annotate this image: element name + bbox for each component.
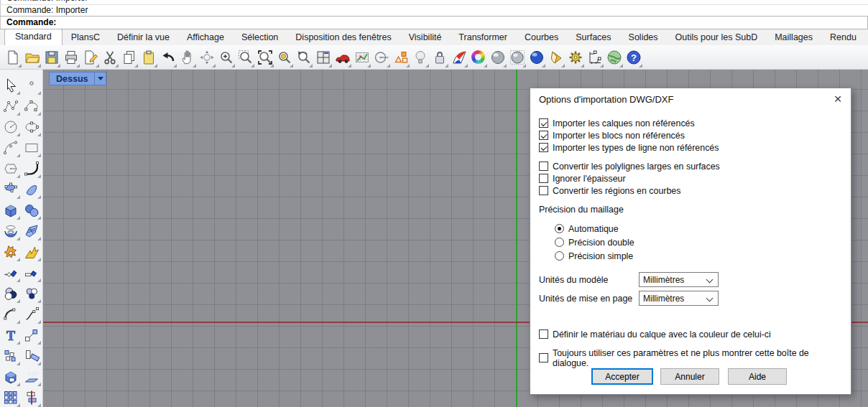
circle-icon[interactable] <box>1 117 21 137</box>
viewport-layout-icon[interactable] <box>313 47 333 68</box>
solid-cube-icon[interactable] <box>1 367 21 387</box>
tab-courbes[interactable]: Courbes <box>516 30 567 45</box>
edit-doc-icon[interactable] <box>80 47 100 68</box>
checkbox-importer-les-blocs-non-r-f-renc-s[interactable] <box>539 131 548 140</box>
sphere-rendered-icon[interactable] <box>527 47 546 68</box>
viewport-title-tab[interactable]: Dessus <box>49 72 106 85</box>
tab-disposition-des-fen-tres[interactable]: Disposition des fenêtres <box>287 30 400 45</box>
checkbox-convertir-les-r-gions-en-courbes[interactable] <box>539 186 548 195</box>
tab-s-lection[interactable]: Sélection <box>233 30 287 45</box>
curve-points-icon[interactable] <box>22 96 42 116</box>
zoom-window-icon[interactable] <box>236 47 255 68</box>
tab-transformer[interactable]: Transformer <box>450 30 516 45</box>
tab-mise-en-plan[interactable]: Mise en plan <box>865 30 868 45</box>
open-folder-icon[interactable] <box>22 47 42 68</box>
viewport-title-label[interactable]: Dessus <box>49 72 94 85</box>
command-prompt-input[interactable]: Commande: <box>0 16 868 29</box>
new-file-icon[interactable] <box>3 47 22 68</box>
units-dropdown-unit-s-de-mise-en-page[interactable]: Millimètres <box>639 291 719 306</box>
lightbulb-icon[interactable] <box>410 47 430 68</box>
shade-view-icon[interactable] <box>449 47 468 68</box>
units-dropdown-unit-s-du-mod-le[interactable]: Millimètres <box>639 272 719 287</box>
booleans-icon[interactable] <box>1 284 21 304</box>
arc-icon[interactable] <box>1 138 21 158</box>
tab-outils-pour-les-subd[interactable]: Outils pour les SubD <box>667 30 767 45</box>
move-scale-icon[interactable] <box>22 325 42 345</box>
car-icon[interactable] <box>333 47 352 68</box>
lock-icon[interactable] <box>430 47 449 68</box>
zoom-back-icon[interactable] <box>294 47 313 68</box>
save-icon[interactable] <box>42 47 61 68</box>
zoom-extents-icon[interactable] <box>255 47 274 68</box>
checkbox-convertir-les-polylignes-larges-en-surfa[interactable] <box>539 162 548 171</box>
earth-icon[interactable] <box>604 47 624 68</box>
sphere-shaded-icon[interactable] <box>488 47 507 68</box>
radio-pr-cision-simple[interactable] <box>555 251 564 261</box>
copy-icon[interactable] <box>119 47 139 68</box>
tab-maillages[interactable]: Maillages <box>766 30 821 45</box>
zoom-in-icon[interactable] <box>216 47 236 68</box>
sphere-ghosted-icon[interactable] <box>507 47 527 68</box>
undo-icon[interactable] <box>158 47 177 68</box>
tab-standard[interactable]: Standard <box>4 29 63 45</box>
tab-d-finir-la-vue[interactable]: Définir la vue <box>108 30 178 45</box>
tab-surfaces[interactable]: Surfaces <box>567 30 619 45</box>
checkbox-importer-les-types-de-ligne-non-r-f-renc[interactable] <box>539 143 548 152</box>
extrude-icon[interactable] <box>22 367 42 387</box>
tab-affichage[interactable]: Affichage <box>178 30 233 45</box>
osnap-icon[interactable] <box>371 47 391 68</box>
checkbox-importer-les-calques-non-r-f-renc-s[interactable] <box>539 118 548 128</box>
booleans2-icon[interactable] <box>22 284 42 304</box>
polyline-icon[interactable] <box>1 96 21 116</box>
ellipse-icon[interactable] <box>22 117 42 137</box>
annuler-button[interactable]: Annuler <box>660 368 719 385</box>
array-icon[interactable] <box>1 388 21 407</box>
aide-button[interactable]: Aide <box>728 368 787 385</box>
checkbox-toujours-utiliser-ces-param-tres-et-ne-p[interactable] <box>539 353 548 362</box>
settings-gears-icon[interactable] <box>565 47 585 68</box>
checkbox-d-finir-le-mat-riau-du-calque-avec-la-co[interactable] <box>539 329 548 339</box>
zoom-selected-icon[interactable] <box>274 47 294 68</box>
accepter-button[interactable]: Accepter <box>591 368 653 385</box>
tab-plansc[interactable]: PlansC <box>63 30 108 45</box>
dimension-icon[interactable] <box>585 47 604 68</box>
tab-rendu[interactable]: Rendu <box>821 30 865 45</box>
box-icon[interactable] <box>1 200 21 220</box>
point-icon[interactable] <box>22 75 42 95</box>
cut-icon[interactable] <box>100 47 119 68</box>
viewport-menu-caret[interactable] <box>94 72 106 85</box>
help-icon[interactable]: ? <box>624 47 643 68</box>
explode-icon[interactable] <box>22 242 42 262</box>
tab-visibilit[interactable]: Visibilité <box>400 30 451 45</box>
checkbox-ignorer-l-paisseur[interactable] <box>539 174 548 183</box>
render-cone-icon[interactable] <box>546 47 565 68</box>
blend-curve-icon[interactable] <box>22 304 42 324</box>
srf-points-icon[interactable] <box>1 179 21 200</box>
srf-mesh-icon[interactable] <box>22 221 42 241</box>
split-icon[interactable] <box>22 263 42 283</box>
radio-automatique[interactable] <box>555 224 564 233</box>
section-icon[interactable] <box>22 388 42 407</box>
objects-icon[interactable] <box>391 47 410 68</box>
trim-icon[interactable] <box>1 263 21 283</box>
close-icon[interactable]: × <box>828 90 848 108</box>
paste-icon[interactable] <box>139 47 158 68</box>
srf-patch-icon[interactable] <box>22 179 42 200</box>
align-icon[interactable] <box>22 346 42 366</box>
puzzle-icon[interactable] <box>1 242 21 262</box>
blend-arc-icon[interactable] <box>1 304 21 324</box>
select-arrow-icon[interactable] <box>1 75 21 95</box>
cplane-icon[interactable] <box>352 47 371 68</box>
color-wheel-icon[interactable] <box>468 47 488 68</box>
polygon-icon[interactable] <box>1 159 21 179</box>
pan-icon[interactable] <box>177 47 197 68</box>
fillet-corner-icon[interactable] <box>22 159 42 179</box>
text-icon[interactable]: T <box>1 325 21 345</box>
print-icon[interactable] <box>61 47 80 68</box>
rotate-view-icon[interactable] <box>197 47 216 68</box>
radio-pr-cision-double[interactable] <box>555 238 564 247</box>
group-icon[interactable] <box>1 346 21 366</box>
torus-icon[interactable] <box>1 221 21 241</box>
tab-solides[interactable]: Solides <box>620 30 667 45</box>
rectangle-icon[interactable] <box>22 138 42 158</box>
